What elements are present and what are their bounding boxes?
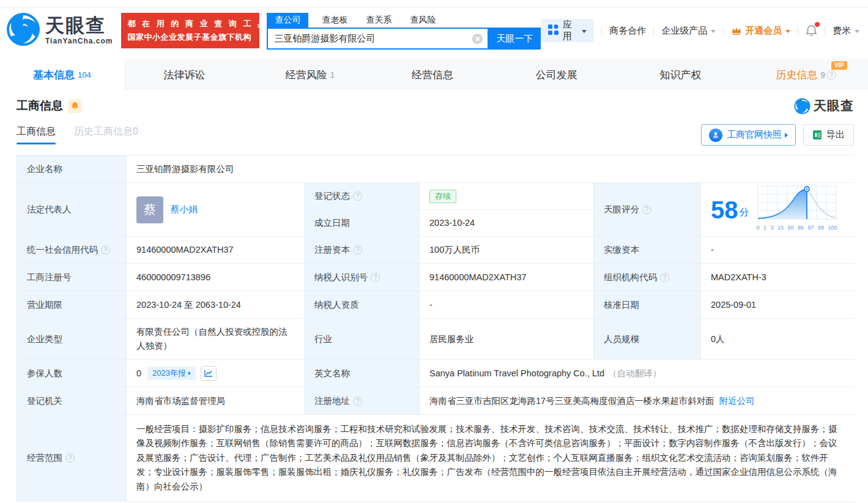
search-tab-boss[interactable]: 查老板: [321, 13, 349, 28]
search-button[interactable]: 天眼一下: [489, 28, 541, 50]
trend-chart-icon[interactable]: [201, 366, 217, 381]
score-axis-ticks: 0131550859799100: [757, 221, 837, 235]
search-block: 查公司 查老板 查关系 查风险 天眼一下: [267, 12, 541, 50]
excel-icon: [812, 130, 822, 140]
field-label-reg-number: 工商注册号: [17, 264, 127, 291]
score-unit: 分: [740, 205, 749, 219]
help-icon[interactable]: [371, 273, 380, 282]
chevron-down-icon: [711, 30, 716, 33]
stamp-icon: [709, 129, 722, 142]
field-label-reg-authority: 登记机关: [17, 387, 127, 415]
apps-grid-icon: [548, 24, 558, 37]
tianyancha-logo[interactable]: 天眼查 TianYanCha.com: [6, 12, 113, 49]
field-label-industry: 行业: [305, 319, 420, 360]
auto-translate-note: （自动翻译）: [608, 367, 661, 381]
field-label-legal-rep: 法定代表人: [17, 183, 127, 237]
field-value-reg-number: 460000009713896: [127, 264, 305, 291]
field-value-reg-authority: 海南省市场监督管理局: [127, 387, 305, 415]
legal-rep-name-link[interactable]: 蔡小娟: [171, 203, 198, 217]
field-value-taxpayer-quality: -: [420, 291, 594, 319]
help-icon[interactable]: [642, 205, 651, 214]
nav-open-vip[interactable]: 开通会员: [731, 25, 790, 37]
tab-legal[interactable]: 法律诉讼: [124, 59, 248, 90]
tab-intellectual-property[interactable]: 知识产权: [620, 59, 744, 90]
field-label-business-term: 营业期限: [17, 291, 127, 319]
help-icon[interactable]: [827, 70, 836, 80]
field-value-credit-code: 91460000MAD2XATH37: [127, 237, 305, 264]
field-value-industry: 居民服务业: [420, 319, 594, 360]
help-icon[interactable]: [101, 245, 110, 255]
tab-basic-info[interactable]: 基本信息104: [0, 59, 124, 90]
field-label-insured-count: 参保人数: [17, 360, 127, 387]
chevron-down-icon: [582, 30, 587, 33]
divider: [653, 26, 654, 35]
field-value-reg-status: 存续: [420, 183, 594, 210]
field-label-reg-capital: 注册资本: [305, 237, 420, 264]
field-value-approval-date: 2025-09-01: [701, 291, 855, 319]
notification-dot: [815, 22, 820, 27]
subscribe-bell-icon[interactable]: [68, 99, 82, 113]
help-icon[interactable]: [353, 245, 362, 255]
field-label-reg-address: 注册地址: [305, 387, 420, 415]
business-info-table: 企业名称 三亚铂爵游摄影有限公司 法定代表人 蔡 蔡小娟 登记状态 存续 天眼评…: [17, 155, 854, 502]
official-snapshot-button[interactable]: 工商官网快照: [701, 124, 796, 146]
arrow-right-icon: [188, 371, 191, 375]
field-label-business-scope: 经营范围: [17, 415, 127, 501]
user-menu[interactable]: 费米: [833, 25, 859, 37]
legal-rep-avatar[interactable]: 蔡: [136, 196, 163, 223]
nav-enterprise[interactable]: 企业级产品: [661, 25, 716, 37]
search-tab-relation[interactable]: 查关系: [365, 13, 393, 28]
field-label-taxpayer-id: 纳税人识别号: [305, 264, 420, 291]
field-value-reg-address: 海南省三亚市吉阳区龙海路17号三亚美高梅度假酒店一楼水果超市斜对面 附近公司: [420, 387, 855, 415]
nearby-companies-link[interactable]: 附近公司: [719, 394, 755, 408]
watermark-logo: 天眼查: [794, 97, 854, 114]
help-icon[interactable]: [660, 273, 669, 282]
field-label-score: 天眼评分: [594, 183, 701, 237]
export-button[interactable]: 导出: [803, 124, 854, 146]
tab-operation-info[interactable]: 经营信息: [372, 59, 496, 90]
field-value-english-name: Sanya Platinum Travel Photography Co., L…: [420, 360, 855, 387]
main-tabbar: 基本信息104 法律诉讼 经营风险1 经营信息 公司发展 知识产权 历史信息9 …: [0, 59, 868, 90]
field-label-company-name: 企业名称: [17, 155, 127, 183]
field-label-taxpayer-quality: 纳税人资质: [305, 291, 420, 319]
field-value-staff-size: 0人: [701, 319, 855, 360]
score-number: 58: [711, 198, 738, 222]
watermark-text: 天眼查: [814, 97, 854, 114]
field-value-legal-rep: 蔡 蔡小娟: [127, 183, 305, 237]
clear-search-icon[interactable]: [472, 34, 483, 44]
slogan-line1: 都 在 用 的 商 业 查 询 工 具: [127, 17, 253, 31]
tab-company-development[interactable]: 公司发展: [496, 59, 620, 90]
field-value-org-code: MAD2XATH-3: [701, 264, 855, 291]
annual-report-link[interactable]: 2023年报: [147, 367, 196, 380]
subtab-history-business-info[interactable]: 历史工商信息0: [74, 125, 138, 144]
divider: [825, 26, 825, 35]
notifications-bell[interactable]: [806, 24, 817, 37]
score-distribution-chart: 0131550859799100: [757, 185, 837, 235]
search-tabs: 查公司 查老板 查关系 查风险: [267, 12, 541, 28]
status-badge: 存续: [429, 190, 456, 203]
search-tab-company[interactable]: 查公司: [267, 13, 308, 28]
header-menu: 应用 商务合作 企业级产品 开通会员 费米: [541, 19, 859, 42]
search-input-wrap: [267, 28, 489, 50]
arrow-right-icon: [785, 133, 788, 138]
tianyancha-logo-icon: [6, 12, 40, 49]
subtab-business-info[interactable]: 工商信息: [17, 125, 56, 144]
content: 工商信息 天眼查 工商信息 历史工商信息0: [0, 97, 868, 502]
search-input[interactable]: [274, 34, 472, 44]
logo-domain-text: TianYanCha.com: [45, 37, 113, 45]
nav-cooperation[interactable]: 商务合作: [609, 25, 646, 37]
logo-brand-text: 天眼查: [45, 16, 113, 35]
slogan-line2: 国家中小企业发展子基金旗下机构: [127, 31, 253, 44]
help-icon[interactable]: [353, 192, 362, 201]
help-icon[interactable]: [353, 397, 362, 406]
search-tab-risk[interactable]: 查风险: [409, 13, 437, 28]
header: 天眼查 TianYanCha.com 都 在 用 的 商 业 查 询 工 具 国…: [0, 7, 868, 54]
crown-icon: [731, 26, 742, 35]
divider: [601, 26, 602, 35]
tab-operation-risk[interactable]: 经营风险1: [248, 59, 372, 90]
subtab-row: 工商信息 历史工商信息0 工商官网快照 导出: [17, 124, 854, 146]
apps-menu[interactable]: 应用: [541, 19, 594, 42]
section-title: 工商信息: [17, 98, 63, 114]
tab-history-info[interactable]: 历史信息9 VIP: [744, 59, 868, 90]
help-icon[interactable]: [65, 453, 75, 463]
